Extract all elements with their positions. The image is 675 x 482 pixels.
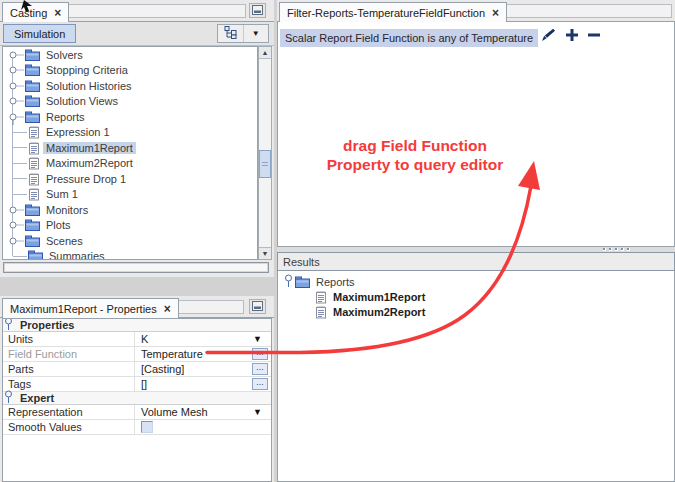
tree-item-solution-views[interactable]: Solution Views — [4, 94, 256, 110]
tree-handle-collapsed-icon[interactable] — [6, 78, 24, 94]
tree-item-label: Sum 1 — [46, 188, 78, 200]
folder-icon — [25, 49, 40, 61]
results-item-reports[interactable]: Reports — [283, 274, 355, 289]
property-value[interactable]: Temperature... — [135, 347, 271, 361]
tree-item-monitors[interactable]: Monitors — [4, 202, 256, 218]
application-window: Casting × Simulation ▼ — [0, 0, 675, 482]
tree-connector — [13, 256, 27, 257]
tree-item-expression-1[interactable]: Expression 1 — [4, 125, 256, 141]
tree-connector — [13, 147, 27, 148]
tab-casting[interactable]: Casting × — [2, 2, 69, 22]
tree-view-button[interactable] — [218, 25, 243, 42]
tree-item-label: Solution Views — [46, 95, 118, 107]
tree-filter-bar[interactable] — [3, 262, 269, 273]
minimize-button[interactable] — [249, 299, 266, 314]
results-item-label: Reports — [316, 276, 355, 288]
tree-view-dropdown-button[interactable]: ▼ — [244, 25, 269, 42]
section-title: Properties — [20, 319, 74, 331]
property-label: Units — [3, 332, 135, 346]
simulation-toolbar: Simulation ▼ — [0, 22, 274, 46]
close-icon[interactable]: × — [492, 8, 499, 18]
tree-item-scenes[interactable]: Scenes — [4, 233, 256, 249]
tree-item-solvers[interactable]: Solvers — [4, 47, 256, 63]
tree-handle-collapsed-icon[interactable] — [6, 62, 24, 78]
property-row-parts: Parts[Casting]... — [3, 362, 271, 377]
property-value-text: Volume Mesh — [141, 406, 208, 418]
close-icon[interactable]: × — [54, 8, 61, 18]
tree-handle-collapsed-icon[interactable] — [6, 233, 24, 249]
tree-item-label: Summaries — [49, 250, 105, 260]
ellipsis-button[interactable]: ... — [252, 348, 268, 360]
section-header-expert[interactable]: Expert — [3, 392, 271, 405]
scrollbar-thumb[interactable] — [259, 150, 271, 178]
property-value[interactable]: Volume Mesh▼ — [135, 405, 271, 419]
remove-condition-icon[interactable] — [587, 28, 601, 42]
folder-icon — [25, 80, 40, 92]
scroll-up-icon[interactable]: ▲ — [259, 47, 271, 59]
ellipsis-button[interactable]: ... — [252, 363, 268, 375]
results-item-label: Maximum1Report — [333, 291, 425, 303]
tree-vertical-scrollbar[interactable]: ▲ ▼ — [258, 46, 272, 260]
results-item-maximum1report[interactable]: Maximum1Report — [314, 289, 425, 304]
query-editor: Scalar Report.Field Function is any of T… — [277, 22, 675, 247]
tree-item-pressure-drop-1[interactable]: Pressure Drop 1 — [4, 171, 256, 187]
results-header: Results — [277, 252, 675, 271]
tree-handle-collapsed-icon[interactable] — [6, 217, 24, 233]
tree-item-plots[interactable]: Plots — [4, 218, 256, 234]
tree-item-reports[interactable]: Reports — [4, 109, 256, 125]
tab-properties[interactable]: Maximum1Report - Properties × — [2, 298, 179, 318]
section-header-properties[interactable]: Properties — [3, 319, 271, 332]
property-label: Field Function — [3, 347, 135, 361]
results-item-maximum2report[interactable]: Maximum2Report — [314, 304, 425, 319]
tree-handle-collapsed-icon[interactable] — [6, 47, 24, 63]
tree-handle-collapsed-icon[interactable] — [6, 202, 24, 218]
folder-icon — [25, 64, 40, 76]
tree-view-tools: ▼ — [217, 24, 269, 43]
tree-item-sum-1[interactable]: Sum 1 — [4, 187, 256, 203]
results-item-label: Maximum2Report — [333, 306, 425, 318]
tree-item-maximum2report[interactable]: Maximum2Report — [4, 156, 256, 172]
property-row-tags: Tags[]... — [3, 377, 271, 392]
tree-handle-collapsed-icon[interactable] — [6, 93, 24, 109]
simulation-tree: SolversStopping CriteriaSolution Histori… — [2, 46, 258, 260]
simulation-panel: Casting × Simulation ▼ — [0, 0, 274, 277]
scroll-down-icon[interactable]: ▼ — [259, 247, 271, 259]
property-label: Representation — [3, 405, 135, 419]
section-title: Expert — [20, 392, 54, 404]
tree-item-label: Solvers — [46, 49, 83, 61]
tree-item-solution-histories[interactable]: Solution Histories — [4, 78, 256, 94]
dropdown-arrow-icon[interactable]: ▼ — [253, 407, 262, 417]
edit-pencil-icon[interactable] — [540, 27, 557, 42]
simulation-button[interactable]: Simulation — [3, 24, 76, 43]
folder-icon — [28, 250, 43, 260]
tree-item-summaries[interactable]: Summaries — [4, 249, 256, 261]
tree-item-label: Solution Histories — [46, 80, 132, 92]
section-expander-icon[interactable] — [3, 318, 14, 333]
property-value[interactable]: [Casting]... — [135, 362, 271, 376]
property-value[interactable]: K▼ — [135, 332, 271, 346]
tab-filter[interactable]: Filter-Reports-TemperatureFieldFunction … — [279, 2, 507, 22]
tree-item-maximum1report[interactable]: Maximum1Report — [4, 140, 256, 156]
minimize-button[interactable] — [249, 3, 266, 18]
section-expander-icon[interactable] — [3, 390, 14, 406]
annotation-line2: Property to query editor — [302, 155, 528, 174]
property-row-representation: RepresentationVolume Mesh▼ — [3, 405, 271, 420]
ellipsis-button[interactable]: ... — [252, 378, 268, 390]
properties-tabstrip: Maximum1Report - Properties × — [0, 296, 274, 318]
tree-item-label: Reports — [46, 111, 85, 123]
query-expression[interactable]: Scalar Report.Field Function is any of T… — [280, 29, 538, 47]
tabstrip-filler — [479, 4, 672, 18]
dropdown-arrow-icon[interactable]: ▼ — [253, 334, 262, 344]
checkbox[interactable] — [141, 421, 153, 433]
tree-handle-expanded-icon[interactable] — [283, 274, 294, 290]
property-value[interactable] — [135, 420, 271, 434]
tree-handle-expanded-icon[interactable] — [6, 109, 24, 125]
add-condition-icon[interactable] — [565, 28, 579, 42]
query-row[interactable]: Scalar Report.Field Function is any of T… — [280, 29, 538, 47]
close-icon[interactable]: × — [164, 304, 171, 314]
tree-item-stopping-criteria[interactable]: Stopping Criteria — [4, 63, 256, 79]
tree-item-label: Monitors — [46, 204, 88, 216]
property-value[interactable]: []... — [135, 377, 271, 391]
simulation-button-label: Simulation — [14, 28, 65, 40]
tree-item-label: Plots — [46, 219, 70, 231]
